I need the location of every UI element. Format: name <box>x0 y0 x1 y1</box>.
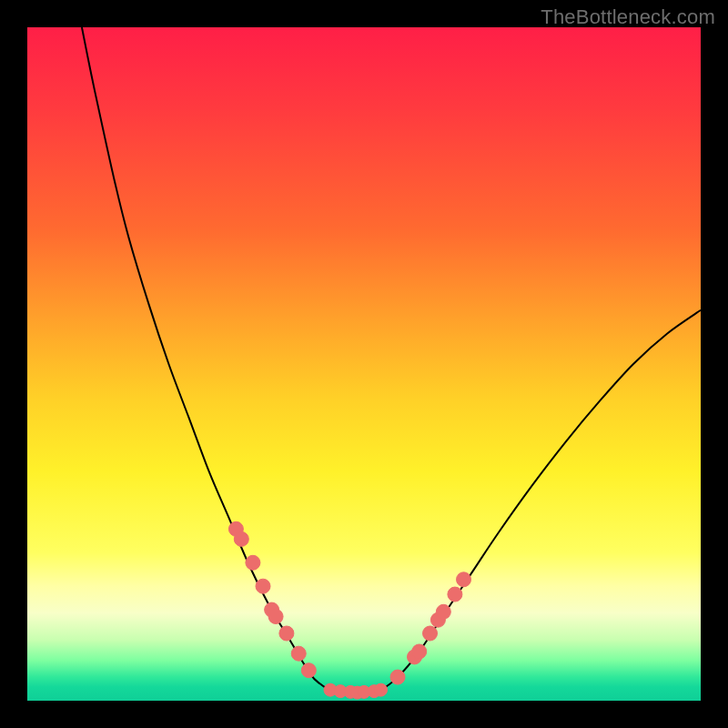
data-marker <box>268 610 283 624</box>
data-marker <box>390 670 405 684</box>
data-marker <box>436 604 450 619</box>
plot-area <box>27 27 701 701</box>
data-marker <box>457 572 471 587</box>
data-marker <box>279 626 294 641</box>
data-marker <box>412 644 427 659</box>
data-marker <box>246 555 260 570</box>
data-marker <box>375 683 388 696</box>
data-marker <box>301 663 316 678</box>
data-marker <box>423 626 438 641</box>
chart-frame: TheBottleneck.com <box>0 0 728 728</box>
data-marker <box>234 531 248 546</box>
data-marker <box>256 579 270 593</box>
curve-group <box>82 27 701 693</box>
curve-svg <box>27 27 701 701</box>
data-marker <box>291 646 306 661</box>
watermark-text: TheBottleneck.com <box>541 5 715 29</box>
marker-group <box>228 521 470 699</box>
data-marker <box>448 587 462 602</box>
bottleneck-curve <box>82 27 701 693</box>
